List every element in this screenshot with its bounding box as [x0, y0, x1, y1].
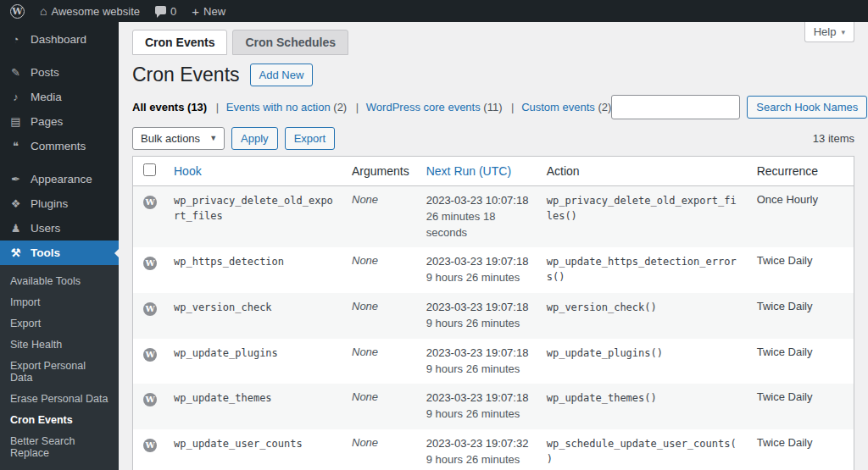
hook-name: wp_https_detection [174, 256, 284, 268]
sidebar-subitem[interactable]: Cron Events [0, 409, 119, 430]
comment-bubble-icon [155, 6, 166, 14]
filter-link[interactable]: Custom events [521, 101, 595, 113]
next-run-datetime: 2023-03-23 10:07:18 [426, 193, 530, 209]
admin-bar-comments[interactable]: 0 [155, 5, 176, 18]
table-row: W wp_update_themes None 2023-03-23 19:07… [133, 384, 854, 429]
media-icon: ♪ [8, 91, 23, 103]
appearance-icon: ✒ [8, 173, 23, 185]
action-value: wp_version_check() [547, 301, 657, 313]
tab[interactable]: Cron Schedules [232, 30, 348, 55]
arguments-value: None [352, 390, 378, 403]
sidebar-item-label: Plugins [31, 197, 68, 210]
sidebar-subitem[interactable]: Available Tools [0, 270, 119, 291]
sidebar-item-label: Tools [31, 246, 60, 259]
wordpress-logo-glyph: W [10, 4, 25, 19]
wordpress-logo-icon[interactable]: W [10, 4, 25, 19]
sidebar-item-label: Media [31, 91, 62, 103]
column-arguments: Arguments [343, 156, 418, 185]
column-hook[interactable]: Hook [174, 164, 202, 178]
sidebar-item[interactable]: ♪ Media [0, 85, 119, 109]
select-all-checkbox[interactable] [143, 163, 156, 176]
title-row: Cron Events Add New [132, 63, 854, 88]
sidebar-item[interactable]: ⚒ Tools [0, 241, 119, 265]
sidebar-item[interactable]: ◔ Dashboard [0, 27, 119, 52]
cron-events-table: Hook Arguments Next Run (UTC) Action Rec… [132, 156, 854, 470]
wordpress-core-event-icon: W [143, 348, 157, 362]
wordpress-core-event-icon: W [143, 393, 157, 406]
bulk-actions-select[interactable]: Bulk actions ▼ [132, 127, 225, 150]
action-value: wp_update_themes() [547, 392, 657, 404]
hook-name: wp_privacy_delete_old_export_files [174, 195, 333, 222]
next-run-datetime: 2023-03-23 19:07:18 [426, 254, 530, 270]
next-run-relative: 9 hours 26 minutes [426, 406, 530, 423]
action-value: wp_update_https_detection_errors() [547, 256, 737, 283]
sidebar-item[interactable]: ❝ Comments [0, 134, 119, 158]
toolbar-row: Bulk actions ▼ Apply Export 13 items [132, 127, 854, 150]
sidebar-subitem-label: Import [10, 296, 40, 308]
next-run-relative: 26 minutes 18 seconds [426, 209, 530, 241]
admin-bar-new-button[interactable]: + New [192, 5, 225, 18]
new-label: New [203, 5, 225, 18]
table-header: Hook Arguments Next Run (UTC) Action Rec… [133, 156, 854, 185]
sidebar-subitem-label: Site Health [10, 339, 62, 351]
select-caret-icon: ▼ [209, 134, 217, 142]
wordpress-core-event-icon: W [143, 257, 157, 270]
sidebar-subitem[interactable]: Erase Personal Data [0, 388, 119, 409]
wordpress-core-event-icon: W [143, 196, 157, 209]
export-button[interactable]: Export [285, 127, 336, 150]
recurrence-value: Twice Daily [748, 429, 854, 470]
table-row: W wp_update_plugins None 2023-03-23 19:0… [133, 339, 854, 384]
help-button[interactable]: Help ▾ [804, 22, 854, 42]
sidebar-item-label: Appearance [31, 173, 92, 185]
sidebar-subitem-label: Available Tools [10, 275, 81, 287]
site-name-link[interactable]: ⌂ Awesome website [40, 5, 140, 18]
wordpress-core-event-icon: W [143, 302, 157, 316]
page-title: Cron Events [132, 63, 240, 88]
plus-icon: + [192, 5, 199, 18]
next-run-relative: 9 hours 26 minutes [426, 316, 530, 332]
sidebar-item[interactable]: ♟ Users [0, 216, 119, 241]
sidebar-subitem-label: Erase Personal Data [10, 393, 108, 405]
sidebar-item[interactable]: ❖ Plugins [0, 191, 119, 216]
tab[interactable]: Cron Events [132, 30, 227, 55]
action-value: wp_schedule_update_user_counts() [547, 438, 737, 465]
sidebar-subitem[interactable]: Site Health [0, 334, 119, 355]
sidebar-item-label: Pages [31, 115, 63, 128]
filter-link[interactable]: All events [132, 101, 184, 113]
sidebar-subitem[interactable]: Import [0, 291, 119, 312]
sidebar-subitem[interactable]: Theme File Editor [0, 463, 119, 470]
next-run-relative: 9 hours 26 minutes [426, 362, 530, 378]
apply-button[interactable]: Apply [231, 127, 278, 150]
hook-name: wp_update_user_counts [174, 438, 303, 450]
add-new-button[interactable]: Add New [250, 64, 314, 86]
sidebar-subitem-label: Export Personal Data [10, 360, 86, 384]
column-recurrence: Recurrence [748, 156, 854, 185]
next-run-relative: 9 hours 26 minutes [426, 270, 530, 286]
hook-name: wp_update_themes [174, 392, 272, 404]
search-box: Search Hook Names [611, 95, 867, 119]
sidebar-subitem[interactable]: Export [0, 312, 119, 334]
sidebar-item[interactable]: ▤ Pages [0, 109, 119, 134]
tools-submenu: Available Tools Import Export Site Healt… [0, 265, 119, 470]
sidebar-item[interactable]: ✒ Appearance [0, 167, 119, 191]
filter-link[interactable]: Events with no action [226, 101, 331, 113]
sidebar-subitem[interactable]: Better Search Replace [0, 430, 119, 463]
sidebar-item[interactable]: ✎ Posts [0, 60, 119, 85]
sidebar-subitem[interactable]: Export Personal Data [0, 355, 119, 388]
arguments-value: None [352, 254, 378, 267]
sidebar-item-label: Dashboard [31, 33, 86, 46]
search-hook-names-button[interactable]: Search Hook Names [747, 96, 867, 119]
next-run-datetime: 2023-03-23 19:07:18 [426, 346, 530, 362]
filter-row: All events (13) | Events with no action … [132, 95, 854, 119]
sidebar-item-label: Posts [31, 66, 59, 79]
sidebar-subitem-label: Better Search Replace [10, 435, 75, 459]
column-next-run[interactable]: Next Run (UTC) [426, 164, 511, 178]
next-run-datetime: 2023-03-23 19:07:18 [426, 300, 530, 316]
recurrence-value: Once Hourly [748, 185, 854, 247]
filter-separator: | [356, 101, 359, 113]
filter-count: (2) [598, 101, 611, 113]
sidebar-item-label: Comments [31, 140, 86, 152]
search-hooks-input[interactable] [611, 95, 740, 119]
help-label: Help [814, 25, 837, 38]
filter-link[interactable]: WordPress core events [366, 101, 481, 113]
